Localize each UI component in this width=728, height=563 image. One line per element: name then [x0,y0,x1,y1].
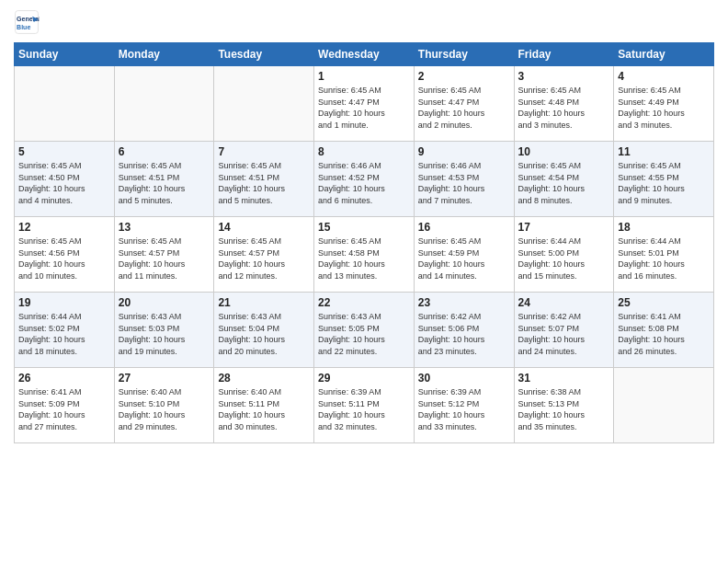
day-header-friday: Friday [514,43,614,66]
day-header-sunday: Sunday [15,43,115,66]
day-info: Sunrise: 6:45 AM Sunset: 4:57 PM Dayligh… [218,236,310,282]
calendar-cell: 12Sunrise: 6:45 AM Sunset: 4:56 PM Dayli… [15,217,115,293]
calendar-week-5: 26Sunrise: 6:41 AM Sunset: 5:09 PM Dayli… [15,368,714,443]
calendar-week-3: 12Sunrise: 6:45 AM Sunset: 4:56 PM Dayli… [15,217,714,293]
calendar-cell: 23Sunrise: 6:42 AM Sunset: 5:06 PM Dayli… [414,293,514,368]
calendar-cell: 8Sunrise: 6:46 AM Sunset: 4:52 PM Daylig… [314,142,415,217]
day-info: Sunrise: 6:46 AM Sunset: 4:53 PM Dayligh… [418,160,510,206]
day-info: Sunrise: 6:45 AM Sunset: 4:47 PM Dayligh… [318,85,410,131]
calendar-cell: 6Sunrise: 6:45 AM Sunset: 4:51 PM Daylig… [114,142,214,217]
day-number: 31 [518,372,610,385]
calendar-cell: 21Sunrise: 6:43 AM Sunset: 5:04 PM Dayli… [214,293,314,368]
calendar-cell: 10Sunrise: 6:45 AM Sunset: 4:54 PM Dayli… [514,142,614,217]
day-info: Sunrise: 6:38 AM Sunset: 5:13 PM Dayligh… [518,386,610,432]
day-info: Sunrise: 6:44 AM Sunset: 5:01 PM Dayligh… [618,236,710,282]
calendar-cell: 25Sunrise: 6:41 AM Sunset: 5:08 PM Dayli… [614,293,714,368]
header: General Blue [14,9,714,35]
day-info: Sunrise: 6:45 AM Sunset: 4:48 PM Dayligh… [518,85,610,131]
day-info: Sunrise: 6:45 AM Sunset: 4:51 PM Dayligh… [218,160,310,206]
day-number: 23 [418,296,510,309]
day-number: 24 [518,296,610,309]
day-number: 17 [518,221,610,234]
calendar-cell: 14Sunrise: 6:45 AM Sunset: 4:57 PM Dayli… [214,217,314,293]
day-info: Sunrise: 6:45 AM Sunset: 4:59 PM Dayligh… [418,236,510,282]
calendar-cell: 2Sunrise: 6:45 AM Sunset: 4:47 PM Daylig… [414,66,514,142]
day-header-wednesday: Wednesday [314,43,415,66]
day-header-thursday: Thursday [414,43,514,66]
calendar-cell: 13Sunrise: 6:45 AM Sunset: 4:57 PM Dayli… [114,217,214,293]
calendar-cell: 22Sunrise: 6:43 AM Sunset: 5:05 PM Dayli… [314,293,415,368]
day-number: 13 [119,221,210,234]
day-number: 25 [618,296,710,309]
day-info: Sunrise: 6:43 AM Sunset: 5:04 PM Dayligh… [218,311,310,357]
day-number: 26 [18,372,110,385]
page: General Blue SundayMondayTuesdayWednesda… [0,0,728,563]
day-number: 8 [318,145,410,158]
calendar-week-1: 1Sunrise: 6:45 AM Sunset: 4:47 PM Daylig… [15,66,714,142]
calendar-cell: 7Sunrise: 6:45 AM Sunset: 4:51 PM Daylig… [214,142,314,217]
day-number: 14 [218,221,310,234]
calendar-table: SundayMondayTuesdayWednesdayThursdayFrid… [14,42,714,443]
day-number: 16 [418,221,510,234]
day-number: 5 [18,145,110,158]
calendar-cell: 27Sunrise: 6:40 AM Sunset: 5:10 PM Dayli… [114,368,214,443]
calendar-cell: 3Sunrise: 6:45 AM Sunset: 4:48 PM Daylig… [514,66,614,142]
day-number: 11 [618,145,710,158]
day-info: Sunrise: 6:45 AM Sunset: 4:51 PM Dayligh… [119,160,210,206]
day-info: Sunrise: 6:43 AM Sunset: 5:03 PM Dayligh… [119,311,210,357]
day-header-tuesday: Tuesday [214,43,314,66]
day-number: 9 [418,145,510,158]
calendar-week-4: 19Sunrise: 6:44 AM Sunset: 5:02 PM Dayli… [15,293,714,368]
day-info: Sunrise: 6:41 AM Sunset: 5:09 PM Dayligh… [18,386,110,432]
calendar-cell [114,66,214,142]
day-number: 21 [218,296,310,309]
day-number: 20 [119,296,210,309]
day-info: Sunrise: 6:43 AM Sunset: 5:05 PM Dayligh… [318,311,410,357]
day-info: Sunrise: 6:46 AM Sunset: 4:52 PM Dayligh… [318,160,410,206]
day-info: Sunrise: 6:45 AM Sunset: 4:50 PM Dayligh… [18,160,110,206]
day-number: 6 [119,145,210,158]
calendar-cell: 15Sunrise: 6:45 AM Sunset: 4:58 PM Dayli… [314,217,415,293]
day-info: Sunrise: 6:42 AM Sunset: 5:06 PM Dayligh… [418,311,510,357]
calendar-cell: 29Sunrise: 6:39 AM Sunset: 5:11 PM Dayli… [314,368,415,443]
day-number: 1 [318,70,410,83]
calendar-cell: 17Sunrise: 6:44 AM Sunset: 5:00 PM Dayli… [514,217,614,293]
day-number: 15 [318,221,410,234]
calendar-cell [214,66,314,142]
day-info: Sunrise: 6:40 AM Sunset: 5:10 PM Dayligh… [119,386,210,432]
day-number: 2 [418,70,510,83]
day-header-saturday: Saturday [614,43,714,66]
day-number: 4 [618,70,710,83]
calendar-cell: 20Sunrise: 6:43 AM Sunset: 5:03 PM Dayli… [114,293,214,368]
day-info: Sunrise: 6:42 AM Sunset: 5:07 PM Dayligh… [518,311,610,357]
day-info: Sunrise: 6:44 AM Sunset: 5:00 PM Dayligh… [518,236,610,282]
day-info: Sunrise: 6:45 AM Sunset: 4:55 PM Dayligh… [618,160,710,206]
calendar-cell: 4Sunrise: 6:45 AM Sunset: 4:49 PM Daylig… [614,66,714,142]
calendar-cell [614,368,714,443]
calendar-cell: 31Sunrise: 6:38 AM Sunset: 5:13 PM Dayli… [514,368,614,443]
day-info: Sunrise: 6:39 AM Sunset: 5:11 PM Dayligh… [318,386,410,432]
calendar-cell: 11Sunrise: 6:45 AM Sunset: 4:55 PM Dayli… [614,142,714,217]
day-header-monday: Monday [114,43,214,66]
calendar-cell: 16Sunrise: 6:45 AM Sunset: 4:59 PM Dayli… [414,217,514,293]
logo-icon: General Blue [14,9,40,35]
day-number: 10 [518,145,610,158]
calendar-cell: 24Sunrise: 6:42 AM Sunset: 5:07 PM Dayli… [514,293,614,368]
day-number: 28 [218,372,310,385]
day-info: Sunrise: 6:45 AM Sunset: 4:54 PM Dayligh… [518,160,610,206]
day-info: Sunrise: 6:45 AM Sunset: 4:49 PM Dayligh… [618,85,710,131]
day-number: 22 [318,296,410,309]
day-info: Sunrise: 6:45 AM Sunset: 4:47 PM Dayligh… [418,85,510,131]
day-info: Sunrise: 6:45 AM Sunset: 4:56 PM Dayligh… [18,236,110,282]
day-number: 27 [119,372,210,385]
calendar-cell: 5Sunrise: 6:45 AM Sunset: 4:50 PM Daylig… [15,142,115,217]
day-info: Sunrise: 6:41 AM Sunset: 5:08 PM Dayligh… [618,311,710,357]
logo: General Blue [14,9,43,35]
day-number: 3 [518,70,610,83]
calendar-cell [15,66,115,142]
day-info: Sunrise: 6:40 AM Sunset: 5:11 PM Dayligh… [218,386,310,432]
calendar-cell: 18Sunrise: 6:44 AM Sunset: 5:01 PM Dayli… [614,217,714,293]
day-number: 19 [18,296,110,309]
svg-text:Blue: Blue [17,24,30,30]
calendar-week-2: 5Sunrise: 6:45 AM Sunset: 4:50 PM Daylig… [15,142,714,217]
